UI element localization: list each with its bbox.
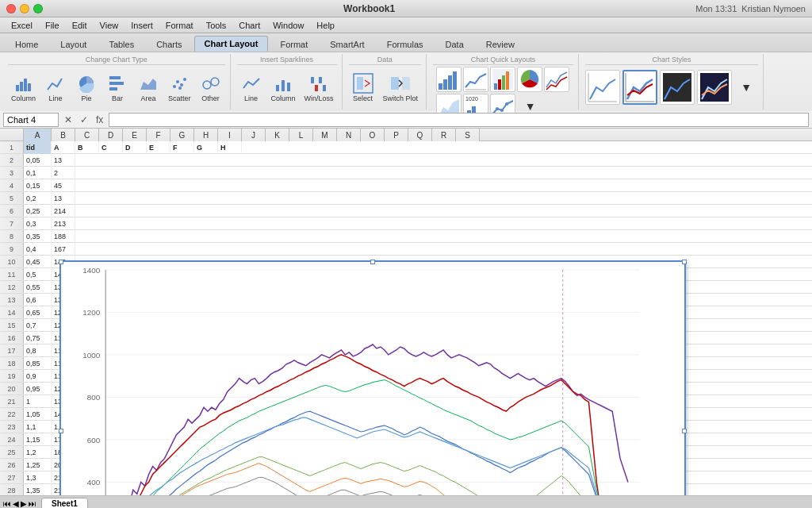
- cell-1-D[interactable]: C: [99, 141, 123, 154]
- cell-1-H[interactable]: G: [194, 141, 218, 154]
- insert-function-button[interactable]: fx: [94, 114, 105, 125]
- menu-view[interactable]: View: [94, 19, 125, 32]
- sheet-tab-sheet1[interactable]: Sheet1: [41, 498, 88, 509]
- col-header-O[interactable]: O: [361, 129, 385, 141]
- col-header-Q[interactable]: Q: [408, 129, 432, 141]
- chart-type-other[interactable]: Other: [197, 71, 225, 104]
- cell-1-B[interactable]: A: [52, 141, 75, 154]
- col-header-R[interactable]: R: [432, 129, 456, 141]
- close-button[interactable]: [6, 4, 16, 13]
- svg-rect-16: [276, 85, 279, 91]
- chart-type-scatter[interactable]: Scatter: [165, 71, 194, 104]
- col-header-M[interactable]: M: [313, 129, 337, 141]
- row-4: 40,1545: [0, 179, 812, 192]
- menu-window[interactable]: Window: [266, 19, 310, 32]
- svg-rect-18: [287, 83, 290, 91]
- svg-rect-0: [16, 85, 19, 91]
- confirm-formula-button[interactable]: ✓: [78, 114, 90, 125]
- tab-tables[interactable]: Tables: [98, 37, 144, 52]
- menu-format[interactable]: Format: [159, 19, 200, 32]
- quick-layout-3[interactable]: [490, 67, 515, 92]
- chart-style-3[interactable]: [660, 70, 695, 105]
- quick-layout-1[interactable]: [436, 67, 462, 92]
- cell-1-E[interactable]: D: [123, 141, 147, 154]
- sheet-nav-next[interactable]: ▶: [21, 499, 27, 508]
- chart-style-4[interactable]: [697, 70, 732, 105]
- sparkline-line[interactable]: Line: [237, 71, 266, 104]
- col-header-F[interactable]: F: [147, 129, 170, 141]
- sheet-nav-first[interactable]: ⏮: [3, 499, 11, 508]
- quick-layout-4[interactable]: [517, 67, 542, 92]
- menu-help[interactable]: Help: [310, 19, 341, 32]
- col-header-I[interactable]: I: [218, 129, 242, 141]
- col-header-K[interactable]: K: [266, 129, 289, 141]
- tab-review[interactable]: Review: [476, 37, 525, 52]
- menu-file[interactable]: File: [39, 19, 66, 32]
- quick-layouts-more[interactable]: ▼: [519, 100, 542, 113]
- col-header-D[interactable]: D: [99, 129, 123, 141]
- resize-handle-n[interactable]: [370, 260, 375, 264]
- col-header-A[interactable]: A: [24, 129, 52, 141]
- col-header-P[interactable]: P: [385, 129, 408, 141]
- col-header-L[interactable]: L: [289, 129, 313, 141]
- tab-charts[interactable]: Charts: [146, 37, 192, 52]
- bar-chart-icon: [106, 72, 128, 94]
- chart-area[interactable]: 1400 1200 1000 800 600 400 200 0 0 20 40…: [59, 260, 686, 495]
- tab-smartart[interactable]: SmartArt: [320, 37, 374, 52]
- menu-insert[interactable]: Insert: [124, 19, 159, 32]
- chart-styles-more[interactable]: ▼: [734, 81, 758, 94]
- minimize-button[interactable]: [20, 4, 29, 13]
- tab-home[interactable]: Home: [5, 37, 48, 52]
- cell-1-G[interactable]: F: [170, 141, 194, 154]
- col-header-S[interactable]: S: [456, 129, 480, 141]
- cell-1-C[interactable]: B: [75, 141, 99, 154]
- menu-edit[interactable]: Edit: [66, 19, 94, 32]
- quick-layouts-content: 1020 ▼: [436, 67, 571, 119]
- resize-handle-nw[interactable]: [59, 260, 63, 264]
- tab-data[interactable]: Data: [435, 37, 474, 52]
- maximize-button[interactable]: [33, 4, 43, 13]
- ribbon-content: Change Chart Type Column Line Pie: [0, 52, 812, 111]
- chart-style-1[interactable]: [585, 70, 620, 105]
- sheet-nav-last[interactable]: ⏭: [29, 499, 36, 508]
- cell-1-I[interactable]: H: [218, 141, 242, 154]
- col-header-G[interactable]: G: [170, 129, 194, 141]
- quick-layout-5[interactable]: [544, 67, 569, 92]
- menu-chart[interactable]: Chart: [232, 19, 266, 32]
- chart-type-line[interactable]: Line: [41, 71, 70, 104]
- grid: 1 tid A B C D E F G H 20,0513 30,12 40,1…: [0, 141, 812, 495]
- quick-layout-2[interactable]: [463, 67, 488, 92]
- svg-rect-27: [439, 83, 442, 90]
- formula-input[interactable]: [109, 113, 809, 127]
- resize-handle-e[interactable]: [682, 429, 687, 433]
- col-header-B[interactable]: B: [52, 129, 75, 141]
- col-header-E[interactable]: E: [123, 129, 147, 141]
- chart-type-pie[interactable]: Pie: [72, 71, 101, 104]
- menu-tools[interactable]: Tools: [200, 19, 233, 32]
- data-select[interactable]: Select: [349, 71, 377, 104]
- col-header-J[interactable]: J: [242, 129, 266, 141]
- chart-style-2[interactable]: [622, 70, 657, 105]
- data-switch-plot[interactable]: Switch Plot: [380, 71, 422, 104]
- chart-type-bar[interactable]: Bar: [103, 71, 132, 104]
- cell-1-F[interactable]: E: [147, 141, 170, 154]
- tab-chart-layout[interactable]: Chart Layout: [194, 36, 269, 52]
- resize-handle-w[interactable]: [59, 429, 63, 433]
- menu-excel[interactable]: Excel: [5, 19, 39, 32]
- cell-reference-box[interactable]: [3, 113, 59, 127]
- col-header-C[interactable]: C: [75, 129, 99, 141]
- cell-1-A[interactable]: tid: [24, 141, 52, 154]
- sheet-nav-prev[interactable]: ◀: [13, 499, 19, 508]
- resize-handle-ne[interactable]: [682, 260, 687, 264]
- col-header-H[interactable]: H: [194, 129, 218, 141]
- cancel-formula-button[interactable]: ✕: [62, 114, 75, 125]
- tab-layout[interactable]: Layout: [50, 37, 97, 52]
- tab-formulas[interactable]: Formulas: [377, 37, 434, 52]
- sparkline-winloss-icon: [308, 72, 330, 94]
- chart-type-column[interactable]: Column: [8, 71, 39, 104]
- tab-format[interactable]: Format: [270, 37, 318, 52]
- chart-type-area[interactable]: Area: [134, 71, 163, 104]
- col-header-N[interactable]: N: [337, 129, 361, 141]
- sparkline-winloss[interactable]: Win/Loss: [301, 71, 337, 104]
- sparkline-column[interactable]: Column: [268, 71, 299, 104]
